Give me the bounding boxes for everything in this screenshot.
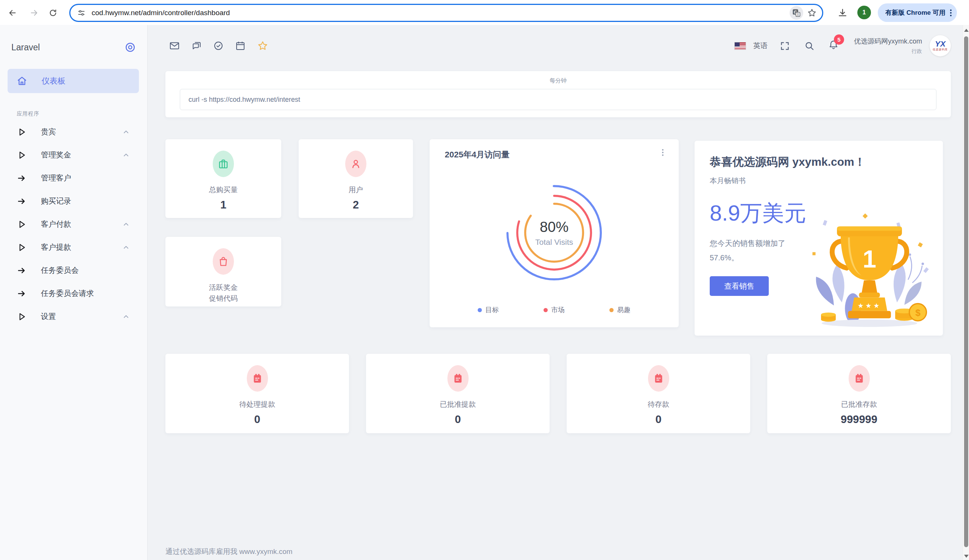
avatar-logo-mark: YX bbox=[935, 40, 946, 48]
stat-icon-bubble bbox=[213, 151, 234, 177]
sidebar-item-label: 设置 bbox=[41, 311, 56, 322]
congrats-subtitle: 本月畅销书 bbox=[710, 176, 928, 186]
sidebar-item-label: 客户提款 bbox=[41, 242, 71, 253]
us-flag-icon[interactable] bbox=[734, 42, 746, 50]
download-icon[interactable] bbox=[837, 8, 848, 20]
screen: cod.hwymw.net/admin/controller/dashboard… bbox=[0, 0, 969, 560]
reload-button[interactable] bbox=[47, 7, 60, 19]
chevron-up-icon[interactable] bbox=[122, 221, 130, 228]
play-icon bbox=[17, 127, 27, 137]
ledger-icon bbox=[252, 373, 263, 384]
chat-icon[interactable] bbox=[191, 40, 202, 51]
cron-label: 每分钟 bbox=[180, 77, 936, 85]
sidebar-item-label: 管理奖金 bbox=[41, 150, 71, 160]
legend-item-ebay: 易趣 bbox=[609, 305, 631, 314]
legend-item-market: 市场 bbox=[544, 305, 565, 314]
forward-button[interactable] bbox=[28, 7, 40, 19]
svg-text:★★★: ★★★ bbox=[858, 302, 881, 309]
shopping-bag-icon bbox=[218, 256, 229, 267]
address-bar[interactable]: cod.hwymw.net/admin/controller/dashboard… bbox=[69, 4, 823, 22]
svg-text:1: 1 bbox=[862, 245, 876, 273]
page-scrollbar[interactable] bbox=[962, 25, 969, 560]
forward-icon bbox=[30, 9, 38, 17]
sidebar-item-settings[interactable]: 设置 bbox=[0, 305, 147, 328]
view-sales-button[interactable]: 查看销售 bbox=[710, 276, 769, 296]
browser-menu-kebab-icon[interactable] bbox=[950, 10, 952, 16]
chevron-up-icon[interactable] bbox=[122, 128, 130, 136]
avatar-logo-text: 优选源码库 bbox=[933, 48, 948, 52]
cron-command-input[interactable] bbox=[180, 89, 936, 110]
sidebar-item-purchase-records[interactable]: 购买记录 bbox=[0, 189, 147, 213]
sidebar-item-manage-customers[interactable]: 管理客户 bbox=[0, 166, 147, 189]
chart-title: 2025年4月访问量 bbox=[445, 149, 509, 160]
chevron-up-icon[interactable] bbox=[122, 313, 130, 321]
fullscreen-icon[interactable] bbox=[780, 41, 790, 51]
stat-icon-bubble bbox=[247, 365, 268, 392]
sidebar-item-label: 管理客户 bbox=[41, 173, 71, 183]
user-role: 行政 bbox=[854, 48, 922, 55]
arrow-right-icon bbox=[17, 196, 27, 206]
chevron-up-icon[interactable] bbox=[122, 151, 130, 159]
translate-icon[interactable]: G文 bbox=[789, 6, 803, 20]
mail-icon[interactable] bbox=[169, 40, 180, 51]
sidebar-item-task-committee[interactable]: 任务委员会 bbox=[0, 259, 147, 282]
browser-toolbar: cod.hwymw.net/admin/controller/dashboard… bbox=[0, 0, 969, 25]
play-icon bbox=[17, 243, 27, 253]
sidebar-item-customer-withdrawals[interactable]: 客户提款 bbox=[0, 236, 147, 259]
stat-label: 已批准提款 bbox=[440, 399, 476, 410]
search-icon[interactable] bbox=[804, 41, 814, 51]
chart-menu-kebab-icon[interactable] bbox=[662, 149, 664, 156]
svg-text:文: 文 bbox=[796, 12, 800, 16]
sidebar-toggle-icon[interactable] bbox=[125, 42, 136, 53]
sidebar: Laravel 仪表板 应用程序 贵宾 管理奖金 bbox=[0, 25, 148, 560]
scrollbar-down-arrow[interactable] bbox=[964, 555, 969, 558]
user-name: 优选源码网yxymk.com bbox=[854, 37, 922, 46]
visits-chart-card: 2025年4月访问量 80% To bbox=[430, 139, 679, 327]
calendar-icon[interactable] bbox=[235, 40, 246, 51]
trophy-illustration: 1 ★★★ $ bbox=[805, 209, 934, 332]
site-info-icon[interactable] bbox=[77, 9, 85, 17]
dashboard-middle: 总购买量 1 用户 2 活跃奖金促销代码 bbox=[165, 139, 951, 336]
sidebar-item-task-committee-requests[interactable]: 任务委员会请求 bbox=[0, 282, 147, 305]
play-icon bbox=[17, 219, 27, 229]
stat-label: 活跃奖金促销代码 bbox=[209, 282, 238, 304]
cron-card: 每分钟 bbox=[165, 71, 951, 117]
notifications-button[interactable]: 5 bbox=[828, 40, 839, 52]
footer-credit: 通过优选源码库雇用我 www.yxymk.com bbox=[165, 547, 951, 557]
chrome-update-button[interactable]: 有新版 Chrome 可用 bbox=[878, 3, 957, 22]
sidebar-item-label: 任务委员会请求 bbox=[41, 288, 94, 299]
ledger-icon bbox=[653, 373, 664, 384]
sidebar-item-customer-payments[interactable]: 客户付款 bbox=[0, 213, 147, 236]
stat-card-approved-deposits: 已批准存款 999999 bbox=[767, 354, 951, 433]
legend-dot bbox=[478, 308, 482, 312]
user-menu[interactable]: 优选源码网yxymk.com 行政 bbox=[854, 37, 922, 55]
bookmark-star-icon[interactable] bbox=[807, 8, 817, 18]
check-circle-icon[interactable] bbox=[213, 40, 224, 51]
favorite-star-icon[interactable] bbox=[257, 40, 268, 52]
stat-icon-bubble bbox=[849, 365, 870, 392]
brand-logo: Laravel bbox=[12, 42, 40, 53]
chevron-up-icon[interactable] bbox=[122, 244, 130, 251]
sidebar-item-manage-bonus[interactable]: 管理奖金 bbox=[0, 143, 147, 166]
congrats-card: 恭喜优选源码网 yxymk.com！ 本月畅销书 8.9万美元 您今天的销售额增… bbox=[694, 141, 943, 336]
sidebar-item-vip[interactable]: 贵宾 bbox=[0, 120, 147, 143]
stat-value: 0 bbox=[655, 413, 661, 426]
scrollbar-up-arrow[interactable] bbox=[964, 29, 969, 32]
stat-icon-bubble bbox=[345, 151, 366, 177]
sidebar-item-dashboard[interactable]: 仪表板 bbox=[8, 69, 139, 93]
back-button[interactable] bbox=[6, 7, 19, 19]
scrollbar-thumb[interactable] bbox=[964, 37, 968, 547]
url-text[interactable]: cod.hwymw.net/admin/controller/dashboard bbox=[92, 9, 789, 17]
sidebar-section-label: 应用程序 bbox=[17, 110, 147, 117]
ledger-icon bbox=[854, 373, 865, 384]
radial-chart: 80% Total Visits bbox=[484, 163, 624, 303]
stat-value: 999999 bbox=[841, 413, 877, 426]
sidebar-item-label: 客户付款 bbox=[41, 219, 71, 229]
main-content: 英语 5 优选源码网yxymk.com 行政 YX 优选源码库 bbox=[148, 25, 969, 560]
language-selector[interactable]: 英语 bbox=[753, 41, 768, 51]
user-avatar[interactable]: YX 优选源码库 bbox=[930, 35, 951, 56]
stat-card-total-purchases: 总购买量 1 bbox=[165, 139, 281, 218]
stat-card-pending-deposits: 待存款 0 bbox=[567, 354, 750, 433]
profile-avatar[interactable]: 1 bbox=[857, 6, 871, 19]
briefcase-icon bbox=[218, 158, 229, 169]
